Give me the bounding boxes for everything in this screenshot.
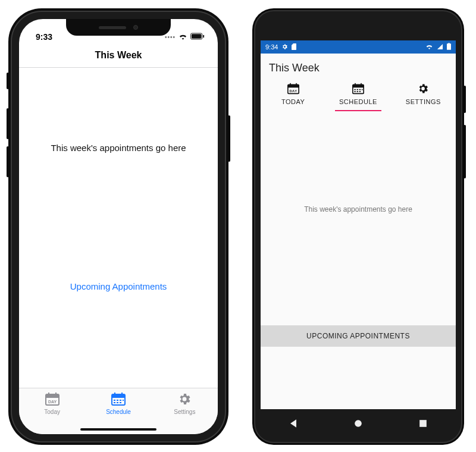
- android-home-button[interactable]: [352, 418, 364, 429]
- svg-text:DAY: DAY: [289, 89, 297, 93]
- tab-label: Settings: [174, 409, 195, 415]
- svg-rect-22: [296, 83, 297, 86]
- calendar-day-icon: DAY: [287, 83, 300, 96]
- calendar-week-icon: [111, 392, 126, 407]
- svg-rect-32: [354, 91, 356, 92]
- svg-rect-25: [353, 84, 364, 87]
- svg-rect-16: [114, 402, 115, 403]
- svg-rect-29: [356, 89, 358, 90]
- android-app-title: This Week: [261, 54, 456, 79]
- svg-rect-18: [120, 402, 121, 403]
- calendar-week-icon: [352, 83, 365, 96]
- upcoming-appointments-button[interactable]: Upcoming Appointments: [70, 281, 167, 291]
- svg-point-35: [355, 420, 362, 427]
- ios-home-indicator: [80, 428, 156, 431]
- android-status-bar: 9:34: [261, 40, 456, 54]
- svg-rect-11: [121, 393, 123, 396]
- tab-label: TODAY: [281, 98, 305, 105]
- svg-rect-20: [287, 84, 298, 87]
- tab-label: Today: [44, 409, 60, 415]
- svg-rect-28: [354, 89, 356, 90]
- svg-rect-13: [117, 400, 118, 401]
- svg-rect-1: [192, 34, 202, 38]
- page-title: This Week: [95, 50, 142, 61]
- sd-card-icon: [292, 43, 297, 51]
- tab-today[interactable]: DAY TODAY: [261, 79, 325, 111]
- svg-rect-2: [203, 35, 204, 38]
- ios-navigation-bar: This Week: [19, 43, 218, 68]
- svg-rect-6: [55, 393, 57, 396]
- svg-rect-15: [123, 400, 124, 401]
- svg-rect-17: [117, 402, 118, 403]
- tab-label: SETTINGS: [406, 98, 441, 105]
- tab-today[interactable]: DAY Today: [19, 388, 85, 434]
- svg-rect-5: [48, 393, 49, 396]
- svg-rect-31: [362, 89, 363, 90]
- svg-rect-27: [361, 83, 362, 86]
- svg-rect-10: [114, 393, 115, 396]
- svg-rect-34: [359, 91, 361, 92]
- svg-rect-4: [46, 394, 59, 398]
- ios-content-area: This week's appointments go here Upcomin…: [19, 68, 218, 388]
- empty-state-text: This week's appointments go here: [51, 143, 186, 153]
- battery-icon: [447, 43, 451, 51]
- wifi-icon: [178, 32, 187, 42]
- svg-text:DAY: DAY: [48, 400, 57, 404]
- svg-rect-26: [355, 83, 356, 86]
- iphone-device-frame: 9:33 •••• This Week This week's appointm…: [8, 8, 228, 445]
- empty-state-text: This week's appointments go here: [304, 205, 412, 214]
- pixel-device-frame: 9:34 This Week: [252, 8, 464, 445]
- cellular-signal-icon: [437, 43, 443, 51]
- tab-schedule[interactable]: SCHEDULE: [325, 79, 390, 111]
- upcoming-appointments-button[interactable]: UPCOMING APPOINTMENTS: [261, 325, 456, 347]
- battery-icon: [190, 32, 205, 42]
- svg-rect-12: [114, 400, 115, 401]
- svg-rect-30: [359, 89, 361, 90]
- tab-schedule[interactable]: Schedule: [85, 388, 151, 434]
- tab-settings[interactable]: Settings: [152, 388, 218, 434]
- cellular-signal-icon: ••••: [165, 34, 176, 40]
- ios-status-time: 9:33: [36, 32, 52, 42]
- gear-icon: [281, 43, 288, 51]
- android-back-button[interactable]: [287, 418, 299, 429]
- android-top-tabs: DAY TODAY SCHEDULE SETTINGS: [261, 79, 456, 111]
- svg-rect-33: [356, 91, 358, 92]
- svg-rect-36: [419, 420, 427, 427]
- tab-label: SCHEDULE: [339, 98, 377, 105]
- svg-rect-9: [112, 394, 125, 398]
- svg-rect-21: [290, 83, 291, 86]
- wifi-icon: [425, 43, 433, 51]
- android-recents-button[interactable]: [417, 418, 429, 429]
- gear-icon: [177, 392, 192, 407]
- tab-settings[interactable]: SETTINGS: [391, 79, 456, 111]
- iphone-notch: [66, 19, 171, 36]
- android-navigation-bar: [261, 410, 456, 437]
- gear-icon: [417, 83, 429, 96]
- android-content-area: This week's appointments go here UPCOMIN…: [261, 111, 456, 409]
- ios-tab-bar: DAY Today Schedule Settings: [19, 388, 218, 434]
- tab-label: Schedule: [106, 409, 131, 415]
- android-status-time: 9:34: [265, 43, 278, 51]
- calendar-day-icon: DAY: [45, 392, 60, 407]
- svg-rect-14: [120, 400, 121, 401]
